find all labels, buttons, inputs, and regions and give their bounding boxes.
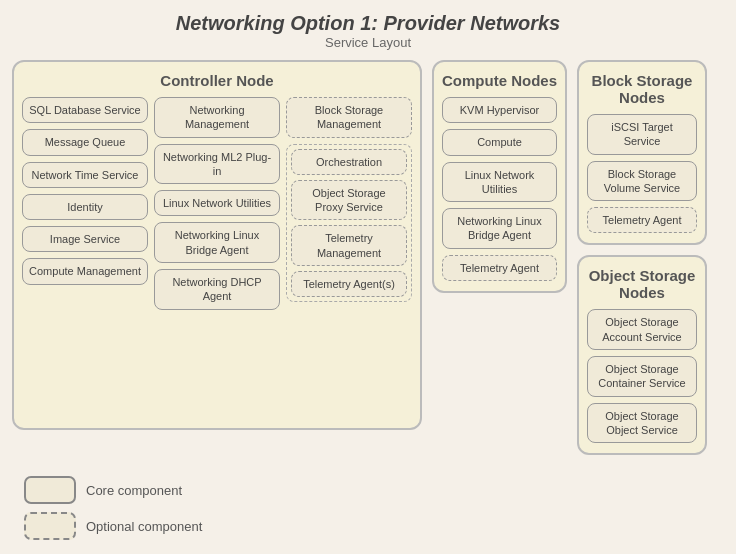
legend-core: Core component	[24, 476, 202, 504]
controller-node-title: Controller Node	[22, 72, 412, 89]
legend: Core component Optional component	[24, 476, 202, 540]
service-networking-ml2: Networking ML2 Plug-in	[154, 144, 280, 185]
controller-col1: SQL Database Service Message Queue Netwo…	[22, 97, 148, 310]
legend-core-box	[24, 476, 76, 504]
service-networking-bridge-compute: Networking Linux Bridge Agent	[442, 208, 557, 249]
service-telemetry-compute: Telemetry Agent	[442, 255, 557, 281]
service-orchestration: Orchestration	[291, 149, 407, 175]
object-storage-node: Object Storage Nodes Object Storage Acco…	[577, 255, 707, 455]
object-storage-services: Object Storage Account Service Object St…	[587, 309, 697, 443]
service-object-container: Object Storage Container Service	[587, 356, 697, 397]
compute-node: Compute Nodes KVM Hypervisor Compute Lin…	[432, 60, 567, 293]
controller-node: Controller Node SQL Database Service Mes…	[12, 60, 422, 430]
controller-col2: Networking Management Networking ML2 Plu…	[154, 97, 280, 310]
dashed-optional-group: Orchestration Object Storage Proxy Servi…	[286, 144, 412, 303]
legend-optional-box	[24, 512, 76, 540]
service-linux-network: Linux Network Utilities	[154, 190, 280, 216]
service-block-storage-mgmt: Block Storage Management	[286, 97, 412, 138]
service-network-time: Network Time Service	[22, 162, 148, 188]
service-telemetry-agents: Telemetry Agent(s)	[291, 271, 407, 297]
object-storage-title: Object Storage Nodes	[587, 267, 697, 301]
service-networking-dhcp: Networking DHCP Agent	[154, 269, 280, 310]
service-networking-mgmt: Networking Management	[154, 97, 280, 138]
compute-services: KVM Hypervisor Compute Linux Network Uti…	[442, 97, 557, 281]
block-storage-title: Block Storage Nodes	[587, 72, 697, 106]
legend-core-label: Core component	[86, 483, 182, 498]
page-title: Networking Option 1: Provider Networks	[0, 0, 736, 35]
legend-optional-label: Optional component	[86, 519, 202, 534]
service-object-object: Object Storage Object Service	[587, 403, 697, 444]
service-telemetry-block: Telemetry Agent	[587, 207, 697, 233]
block-storage-node: Block Storage Nodes iSCSI Target Service…	[577, 60, 707, 245]
service-telemetry-mgmt: Telemetry Management	[291, 225, 407, 266]
compute-node-title: Compute Nodes	[442, 72, 557, 89]
service-linux-network-compute: Linux Network Utilities	[442, 162, 557, 203]
service-sql-database: SQL Database Service	[22, 97, 148, 123]
service-identity: Identity	[22, 194, 148, 220]
service-image: Image Service	[22, 226, 148, 252]
page-subtitle: Service Layout	[0, 35, 736, 50]
service-iscsi: iSCSI Target Service	[587, 114, 697, 155]
service-compute-mgmt: Compute Management	[22, 258, 148, 284]
service-message-queue: Message Queue	[22, 129, 148, 155]
service-kvm: KVM Hypervisor	[442, 97, 557, 123]
service-networking-bridge: Networking Linux Bridge Agent	[154, 222, 280, 263]
legend-optional: Optional component	[24, 512, 202, 540]
block-storage-services: iSCSI Target Service Block Storage Volum…	[587, 114, 697, 233]
controller-col3: Block Storage Management Orchestration O…	[286, 97, 412, 310]
right-nodes: Block Storage Nodes iSCSI Target Service…	[577, 60, 707, 455]
service-block-volume: Block Storage Volume Service	[587, 161, 697, 202]
service-object-storage-proxy: Object Storage Proxy Service	[291, 180, 407, 221]
service-compute: Compute	[442, 129, 557, 155]
service-object-account: Object Storage Account Service	[587, 309, 697, 350]
main-layout: Controller Node SQL Database Service Mes…	[0, 60, 736, 455]
